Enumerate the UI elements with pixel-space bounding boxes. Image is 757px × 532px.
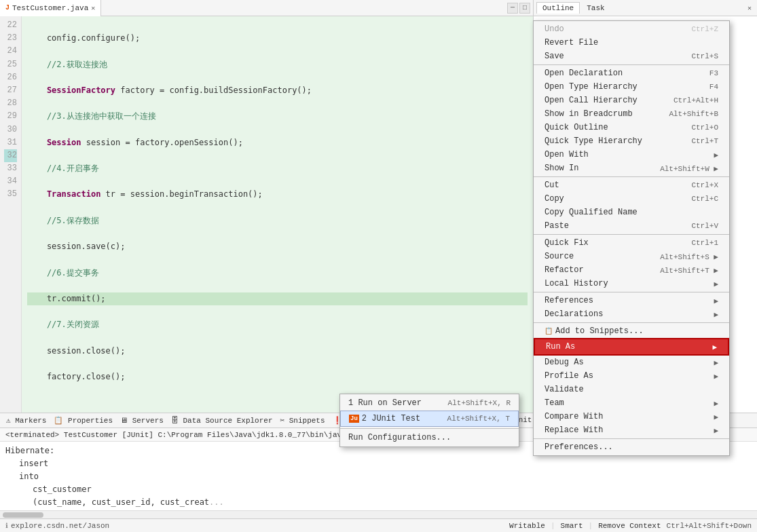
menu-item-references[interactable]: References ▶ — [534, 294, 729, 307]
menu-item-open-declaration[interactable]: Open Declaration F3 — [534, 66, 729, 80]
menu-item-compare-with[interactable]: Compare With ▶ — [534, 410, 729, 423]
maximize-button[interactable]: □ — [519, 3, 530, 14]
menu-item-revert[interactable]: Revert File — [534, 36, 729, 50]
status-writable: Writable — [509, 522, 545, 530]
editor-tab-label: TestCustomer.java — [12, 4, 88, 12]
menu-item-show-breadcrumb[interactable]: Show in Breadcrumb Alt+Shift+B — [534, 107, 729, 121]
menu-item-refactor[interactable]: Refactor Alt+Shift+T ▶ — [534, 263, 729, 277]
run-as-submenu: 1 Run on Server Alt+Shift+X, R Ju 2 JUni… — [339, 394, 519, 447]
status-smart: Smart — [561, 522, 583, 530]
submenu-junit-test[interactable]: Ju 2 JUnit Test Alt+Shift+X, T — [340, 411, 519, 427]
menu-item-preferences[interactable]: Preferences... — [534, 440, 729, 454]
context-menu: Undo Ctrl+Z Revert File Save Ctrl+S Open… — [533, 20, 730, 456]
status-shortcut: Ctrl+Alt+Shift+Down — [667, 522, 752, 530]
menu-item-paste[interactable]: Paste Ctrl+V — [534, 219, 729, 233]
tab-markers[interactable]: ⚠ Markers — [3, 415, 50, 426]
console-line-values: values — [5, 510, 752, 510]
editor-tab-bar: J TestCustomer.java ✕ ─ □ — [0, 0, 533, 16]
menu-item-validate[interactable]: Validate — [534, 383, 729, 396]
status-explore-text: explore.csdn.net/Jason — [11, 522, 109, 530]
close-panel-button[interactable]: ✕ — [745, 4, 754, 12]
menu-item-declarations[interactable]: Declarations ▶ — [534, 307, 729, 321]
status-divider2: | — [589, 522, 593, 530]
menu-item-quick-type-hierarchy[interactable]: Quick Type Hierarchy Ctrl+T — [534, 134, 729, 148]
horizontal-scrollbar[interactable] — [0, 510, 757, 518]
menu-item-run-as[interactable]: Run As ▶ — [534, 338, 729, 356]
submenu-run-configurations[interactable]: Run Configurations... — [340, 430, 519, 445]
right-tab-bar: Outline Task ✕ — [534, 0, 757, 16]
line-numbers: 2223242526272829303132333435 — [0, 16, 22, 413]
menu-item-source[interactable]: Source Alt+Shift+S ▶ — [534, 250, 729, 263]
menu-item-copy-qualified[interactable]: Copy Qualified Name — [534, 206, 729, 219]
close-icon[interactable]: ✕ — [91, 4, 95, 12]
editor-tab[interactable]: J TestCustomer.java ✕ — [0, 0, 101, 16]
tab-snippets[interactable]: ✂ Snippets — [277, 415, 329, 426]
menu-item-show-in[interactable]: Show In Alt+Shift+W ▶ — [534, 162, 729, 175]
submenu-run-on-server[interactable]: 1 Run on Server Alt+Shift+X, R — [340, 396, 519, 411]
console-line-cst-customer: cst_customer — [5, 483, 752, 496]
status-bar: ℹ explore.csdn.net/Jason Writable | Smar… — [0, 518, 757, 532]
menu-item-local-history[interactable]: Local History ▶ — [534, 277, 729, 290]
menu-item-add-snippets[interactable]: 📋 Add to Snippets... — [534, 324, 729, 338]
menu-item-open-with[interactable]: Open With ▶ — [534, 148, 729, 162]
menu-item-undo[interactable]: Undo Ctrl+Z — [534, 22, 729, 36]
menu-item-team[interactable]: Team ▶ — [534, 396, 729, 410]
code-content[interactable]: config.configure(); //2.获取连接池 SessionFac… — [22, 16, 533, 413]
menu-item-copy[interactable]: Copy Ctrl+C — [534, 192, 729, 206]
minimize-button[interactable]: ─ — [507, 3, 518, 14]
menu-item-profile-as[interactable]: Profile As ▶ — [534, 369, 729, 383]
editor-main: J TestCustomer.java ✕ ─ □ 22232425262728… — [0, 0, 533, 413]
menu-item-quick-fix[interactable]: Quick Fix Ctrl+1 — [534, 236, 729, 250]
menu-item-replace-with[interactable]: Replace With ▶ — [534, 423, 729, 437]
menu-item-quick-outline[interactable]: Quick Outline Ctrl+O — [534, 121, 729, 134]
java-file-icon: J — [5, 4, 10, 12]
menu-item-cut[interactable]: Cut Ctrl+X — [534, 178, 729, 192]
tab-task[interactable]: Task — [581, 3, 610, 14]
menu-item-open-type-hierarchy[interactable]: Open Type Hierarchy F4 — [534, 80, 729, 94]
tab-properties[interactable]: 📋 Properties — [50, 415, 116, 426]
console-line-columns: (cust_name, cust_user_id, cust_creat... — [5, 496, 752, 509]
console-line-insert: insert — [5, 457, 752, 470]
console-line-into: into — [5, 470, 752, 483]
menu-item-save[interactable]: Save Ctrl+S — [534, 50, 729, 63]
tab-servers[interactable]: 🖥 Servers — [117, 415, 167, 426]
status-divider1: | — [551, 522, 555, 530]
menu-item-open-call-hierarchy[interactable]: Open Call Hierarchy Ctrl+Alt+H — [534, 94, 729, 107]
tab-data-source-explorer[interactable]: 🗄 Data Source Explorer — [168, 415, 276, 426]
menu-item-debug-as[interactable]: Debug As ▶ — [534, 356, 729, 369]
status-remove-context[interactable]: Remove Context — [598, 522, 661, 530]
status-info-icon: ℹ — [5, 522, 8, 530]
tab-outline[interactable]: Outline — [536, 2, 580, 14]
